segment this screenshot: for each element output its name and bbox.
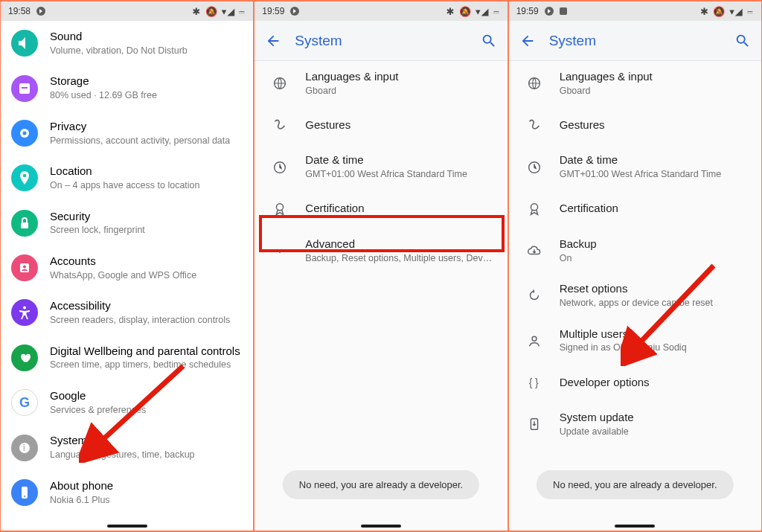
panel-system-collapsed: 19:59 ✱ 🔕 ▾◢ ⎓ System Languages & inputG… xyxy=(254,0,508,532)
item-subtitle: Volume, vibration, Do Not Disturb xyxy=(50,45,241,57)
search-icon[interactable] xyxy=(481,33,497,49)
svg-point-13 xyxy=(24,496,25,497)
settings-item-privacy[interactable]: PrivacyPermissions, account activity, pe… xyxy=(1,111,253,156)
lock-icon xyxy=(11,210,38,237)
update-icon xyxy=(524,414,545,435)
system-list: Languages & inputGboardGesturesDate & ti… xyxy=(254,61,507,531)
svg-text:{ }: { } xyxy=(528,376,538,388)
svg-point-8 xyxy=(23,307,26,310)
item-title: Gestures xyxy=(560,118,749,132)
item-title: Multiple users xyxy=(560,327,749,342)
system-item-lang[interactable]: Languages & inputGboard xyxy=(509,61,761,106)
panel-settings: 19:58 ✱ 🔕 ▾◢ ⎓ SoundVolume, vibration, D… xyxy=(0,0,254,532)
toast-already-developer: No need, you are already a developer. xyxy=(283,470,479,499)
reset-icon xyxy=(524,285,545,306)
about-icon xyxy=(11,479,38,506)
svg-rect-5 xyxy=(21,222,28,228)
nav-handle[interactable] xyxy=(615,525,655,528)
system-item-datetime[interactable]: Date & timeGMT+01:00 West Africa Standar… xyxy=(254,144,507,189)
status-tray-icons: ✱ 🔕 ▾◢ ⎓ xyxy=(193,6,246,17)
search-icon[interactable] xyxy=(734,33,751,49)
gesture-icon xyxy=(524,115,545,135)
settings-item-accessibility[interactable]: AccessibilityScreen readers, display, in… xyxy=(1,290,253,335)
item-subtitle: WhatsApp, Google and WPS Office xyxy=(50,270,241,282)
accounts-icon xyxy=(11,254,38,281)
item-subtitle: Nokia 6.1 Plus xyxy=(50,495,241,507)
svg-point-20 xyxy=(531,203,537,210)
status-tray-icons: ✱ 🔕 ▾◢ ⎓ xyxy=(700,6,754,17)
system-item-gest[interactable]: Gestures xyxy=(509,106,761,144)
item-title: Security xyxy=(50,210,241,224)
app-bar: System xyxy=(509,21,761,61)
settings-item-accounts[interactable]: AccountsWhatsApp, Google and WPS Office xyxy=(1,246,253,290)
settings-item-storage[interactable]: Storage80% used · 12.69 GB free xyxy=(1,65,253,110)
item-subtitle: GMT+01:00 West Africa Standard Time xyxy=(305,169,495,181)
play-icon xyxy=(36,7,45,16)
status-bar: 19:58 ✱ 🔕 ▾◢ ⎓ xyxy=(1,1,253,21)
system-item-dev[interactable]: { }Developer options xyxy=(509,363,761,402)
item-title: Certification xyxy=(560,202,749,216)
item-title: Backup xyxy=(560,237,749,251)
item-subtitle: 80% used · 12.69 GB free xyxy=(50,90,241,102)
braces-icon: { } xyxy=(524,372,545,393)
item-title: Accessibility xyxy=(50,299,241,313)
system-item-datetime[interactable]: Date & timeGMT+01:00 West Africa Standar… xyxy=(509,144,761,189)
item-title: Languages & input xyxy=(560,70,749,84)
status-time: 19:59 xyxy=(516,6,539,16)
settings-item-system[interactable]: iSystemLanguages, gestures, time, backup xyxy=(1,425,253,469)
privacy-icon xyxy=(11,120,38,147)
item-title: Google xyxy=(50,389,241,403)
nav-handle[interactable] xyxy=(361,525,401,528)
settings-item-sound[interactable]: SoundVolume, vibration, Do Not Disturb xyxy=(1,21,253,65)
item-subtitle: Languages, gestures, time, backup xyxy=(50,449,241,461)
settings-item-about[interactable]: About phoneNokia 6.1 Plus xyxy=(1,470,253,515)
toast-already-developer: No need, you are already a developer. xyxy=(537,470,733,499)
settings-item-google[interactable]: GGoogleServices & preferences xyxy=(1,380,253,425)
item-subtitle: Screen readers, display, interaction con… xyxy=(50,315,241,327)
back-icon[interactable] xyxy=(519,33,536,49)
item-subtitle: Backup, Reset options, Multiple users, D… xyxy=(305,253,495,265)
panel-system-expanded: 19:59 ✱ 🔕 ▾◢ ⎓ System Languages & inputG… xyxy=(508,0,762,532)
item-subtitle: Signed in as Olanrewaju Sodiq xyxy=(560,342,749,354)
system-item-backup[interactable]: BackupOn xyxy=(509,228,761,273)
system-item-cert[interactable]: Certification xyxy=(509,190,761,228)
nav-handle[interactable] xyxy=(107,525,147,528)
item-subtitle: GMT+01:00 West Africa Standard Time xyxy=(560,169,749,181)
item-subtitle: Screen time, app timers, bedtime schedul… xyxy=(50,359,241,371)
item-title: About phone xyxy=(50,479,241,493)
system-item-update[interactable]: System updateUpdate available xyxy=(509,402,761,446)
item-title: Gestures xyxy=(305,118,495,132)
item-title: Date & time xyxy=(305,153,495,167)
appbar-title: System xyxy=(549,33,596,49)
gesture-icon xyxy=(269,115,290,135)
back-icon[interactable] xyxy=(265,33,281,49)
status-bar: 19:59 ✱ 🔕 ▾◢ ⎓ xyxy=(509,1,761,21)
status-bar: 19:59 ✱ 🔕 ▾◢ ⎓ xyxy=(254,1,507,21)
image-icon xyxy=(560,7,567,15)
app-bar: System xyxy=(254,21,507,61)
status-time: 19:58 xyxy=(8,6,31,16)
system-item-gest[interactable]: Gestures xyxy=(254,106,507,144)
svg-point-7 xyxy=(23,266,26,269)
svg-point-4 xyxy=(23,174,27,178)
settings-item-wellbeing[interactable]: Digital Wellbeing and parental controlsS… xyxy=(1,336,253,380)
status-time: 19:59 xyxy=(262,6,284,16)
status-tray-icons: ✱ 🔕 ▾◢ ⎓ xyxy=(446,6,500,17)
accessibility-icon xyxy=(11,299,38,326)
system-item-reset[interactable]: Reset optionsNetwork, apps or device can… xyxy=(509,273,761,318)
appbar-title: System xyxy=(295,33,342,49)
play-icon xyxy=(545,7,554,16)
svg-text:i: i xyxy=(23,443,25,453)
globe-icon xyxy=(524,73,545,94)
item-title: Date & time xyxy=(560,153,749,167)
system-item-adv[interactable]: AdvancedBackup, Reset options, Multiple … xyxy=(254,228,507,273)
google-icon: G xyxy=(11,389,38,416)
system-item-cert[interactable]: Certification xyxy=(254,190,507,228)
item-subtitle: Screen lock, fingerprint xyxy=(50,225,241,237)
svg-rect-1 xyxy=(22,87,28,89)
storage-icon xyxy=(11,75,38,102)
system-item-users[interactable]: Multiple usersSigned in as Olanrewaju So… xyxy=(509,318,761,363)
system-item-lang[interactable]: Languages & inputGboard xyxy=(254,61,507,106)
settings-item-security[interactable]: SecurityScreen lock, fingerprint xyxy=(1,201,253,246)
settings-item-location[interactable]: LocationOn – 4 apps have access to locat… xyxy=(1,156,253,200)
